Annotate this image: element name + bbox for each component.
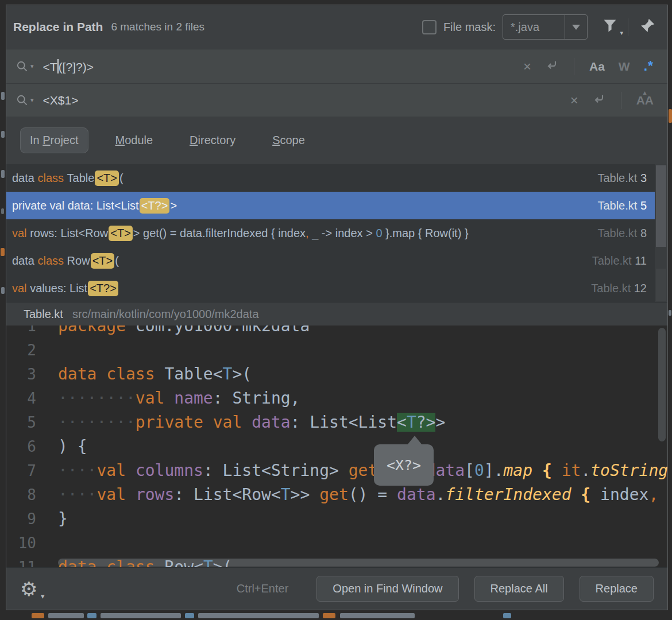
- code-token: get: [349, 461, 378, 480]
- result-file-ref: Table.kt 11: [581, 254, 647, 268]
- tooltip-text: <X?>: [387, 457, 421, 474]
- tab-scope[interactable]: Scope: [262, 127, 315, 153]
- file-mask-checkbox[interactable]: [422, 20, 437, 34]
- code-token: name: [174, 389, 213, 408]
- search-input[interactable]: <T([?]?)>: [43, 59, 94, 74]
- code-token: (: [115, 254, 119, 268]
- tab-module[interactable]: Module: [106, 127, 163, 153]
- match-highlight: <T>: [95, 170, 119, 186]
- code-token: values: List: [30, 282, 87, 295]
- dialog-title: Replace in Path: [13, 20, 103, 34]
- code-token: val: [12, 227, 30, 240]
- tab-in-project[interactable]: In Project: [20, 127, 88, 153]
- current-match-highlight: T: [407, 413, 416, 432]
- code-token: data class: [58, 365, 164, 383]
- regex-toggle[interactable]: .*: [644, 59, 654, 74]
- background-editor-fragment: [1, 208, 4, 214]
- newline-icon[interactable]: [592, 92, 606, 108]
- result-file-ref: Table.kt 5: [586, 199, 647, 212]
- code-token: T: [223, 365, 233, 383]
- replace-all-button[interactable]: Replace All: [474, 576, 564, 602]
- background-editor-fragment: [1, 248, 5, 256]
- code-token: .: [436, 485, 446, 504]
- replace-button[interactable]: Replace: [580, 576, 654, 602]
- code-line: package com.yo1000.mk2data: [58, 326, 667, 338]
- match-highlight: <T>: [91, 253, 115, 269]
- code-token: private val: [136, 413, 252, 432]
- background-editor-fragment: [503, 613, 511, 618]
- replacement-preview-tooltip: <X?>: [374, 444, 434, 486]
- tab-directory[interactable]: Directory: [180, 127, 245, 153]
- chevron-down-icon: [572, 25, 580, 30]
- clear-replace-icon[interactable]: ×: [570, 94, 578, 107]
- code-token: 0: [376, 227, 382, 240]
- scrollbar-thumb[interactable]: [656, 165, 666, 247]
- divider: [621, 92, 621, 109]
- match-summary: 6 matches in 2 files: [111, 21, 204, 33]
- code-token: data: [12, 172, 37, 185]
- dialog-header: Replace in Path 6 matches in 2 files Fil…: [6, 5, 667, 49]
- code-token: T: [281, 485, 291, 504]
- open-in-find-window-button[interactable]: Open in Find Window: [316, 576, 458, 602]
- background-editor-fragment: [1, 92, 5, 100]
- code-token: val: [96, 461, 135, 480]
- preserve-case-toggle[interactable]: AA▴: [636, 94, 654, 107]
- code-token: ) {: [58, 437, 87, 456]
- replace-input[interactable]: <X$1>: [43, 94, 79, 107]
- newline-icon[interactable]: [545, 59, 559, 75]
- background-editor-fragment: [185, 613, 194, 618]
- result-file-ref: Table.kt 3: [586, 172, 647, 185]
- preview-file-header: Table.kt src/main/kotlin/com/yo1000/mk2d…: [6, 302, 667, 326]
- code-token: data class: [58, 557, 164, 567]
- search-icon[interactable]: ▾: [16, 60, 34, 73]
- code-token: : String,: [213, 389, 300, 408]
- file-mask-combobox[interactable]: *.java: [503, 14, 588, 40]
- code-token: }: [58, 509, 68, 528]
- pin-icon[interactable]: [639, 17, 656, 37]
- match-highlight: <T>: [109, 226, 133, 241]
- dialog-footer: ⚙▾ Ctrl+Enter Open in Find WindowReplace…: [6, 567, 667, 610]
- code-token: rows: List<Row: [30, 227, 108, 240]
- search-field-row: ▾ <T([?]?)> × Aa W .*: [6, 49, 667, 83]
- result-file-ref: Table.kt 8: [586, 227, 647, 240]
- code-token: ····: [58, 461, 96, 480]
- vertical-scrollbar[interactable]: [658, 328, 666, 441]
- code-line: data class Table<T>(: [58, 362, 667, 386]
- background-editor-fragment: [32, 613, 44, 618]
- scrollbar-track: [656, 269, 666, 301]
- divider: [574, 58, 574, 75]
- code-token: Table: [67, 172, 95, 185]
- results-list: data class Table<T>(Table.kt 3private va…: [6, 164, 667, 302]
- match-case-toggle[interactable]: Aa: [589, 60, 605, 73]
- result-row[interactable]: val values: List<T?>Table.kt 12: [6, 274, 667, 302]
- result-row[interactable]: data class Row<T>(Table.kt 11: [6, 247, 667, 274]
- filter-icon[interactable]: ▾: [603, 18, 617, 36]
- words-toggle[interactable]: W: [619, 60, 630, 73]
- code-editor-preview[interactable]: 1234567891011 package com.yo1000.mk2data…: [6, 326, 667, 567]
- gear-icon[interactable]: ⚙▾: [20, 579, 37, 599]
- code-token: Row: [67, 254, 90, 268]
- code-token: ········: [58, 389, 136, 408]
- code-token: val: [96, 485, 135, 504]
- code-line: data class Row<T>(: [58, 555, 667, 567]
- background-editor-fragment: [323, 613, 335, 618]
- code-token: {: [571, 485, 601, 504]
- clear-search-icon[interactable]: ×: [523, 60, 531, 73]
- code-token: val: [12, 282, 30, 295]
- result-row[interactable]: data class Table<T>(Table.kt 3: [6, 164, 667, 192]
- code-token: 0: [474, 461, 484, 480]
- code-token: .: [581, 461, 590, 480]
- replace-in-path-dialog: Replace in Path 6 matches in 2 files Fil…: [6, 5, 668, 610]
- result-row[interactable]: val rows: List<Row<T>> get() = data.filt…: [6, 219, 667, 247]
- code-token: >: [170, 199, 177, 212]
- code-token: class: [37, 172, 67, 185]
- results-scrollbar[interactable]: [655, 164, 667, 302]
- code-token: }.map { Row(it) }: [383, 227, 469, 240]
- replace-icon[interactable]: ▾: [16, 94, 34, 107]
- code-token: data: [12, 254, 37, 268]
- code-token: {: [532, 461, 562, 480]
- result-row[interactable]: private val data: List<List<T?>>Table.kt…: [6, 192, 667, 219]
- file-mask-dropdown-button[interactable]: [565, 15, 587, 39]
- code-line: ····val columns: List<String> get() = da…: [58, 459, 667, 483]
- code-token: _ -> index >: [312, 227, 376, 240]
